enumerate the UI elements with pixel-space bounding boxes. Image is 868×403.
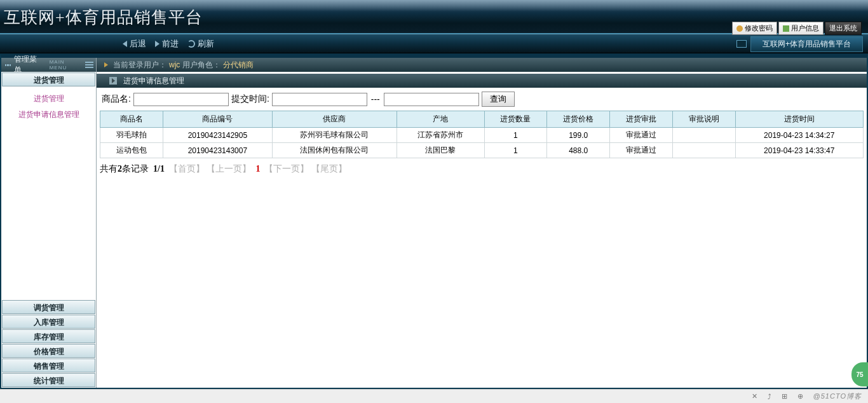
col-header: 产地 (397, 111, 484, 128)
sidebar-toggle[interactable] (85, 62, 93, 68)
sidebar-section-transfer[interactable]: 调货管理 (2, 300, 95, 314)
table-cell: 法国巴黎 (397, 143, 484, 158)
table-cell: 法国休闲包有限公司 (273, 143, 397, 158)
col-header: 进货审批 (610, 111, 673, 128)
data-table: 商品名商品编号供应商产地进货数量进货价格进货审批审批说明进货时间 羽毛球拍201… (100, 111, 864, 158)
table-cell: 苏州羽毛球有限公司 (273, 128, 397, 143)
search-name-label: 商品名: (102, 93, 131, 105)
pager-page: 1/1 (153, 164, 165, 174)
panel-marker-icon (109, 77, 117, 85)
sidebar-subtitle: MAIN MENU (50, 59, 83, 71)
user-icon (783, 25, 789, 32)
login-role-label: 用户角色： (182, 60, 220, 71)
search-name-input[interactable] (133, 93, 229, 106)
table-cell: 运动包包 (100, 143, 163, 158)
table-cell: 江苏省苏州市 (397, 128, 484, 143)
nav-refresh[interactable]: 刷新 (187, 38, 214, 50)
sidebar-item-purchase-request[interactable]: 进货申请信息管理 (1, 107, 96, 123)
panel-title: 进货申请信息管理 (123, 76, 184, 86)
panel-title-bar: 进货申请信息管理 (97, 74, 867, 88)
sidebar-section-stats[interactable]: 统计管理 (2, 373, 95, 387)
table-cell: 审批通过 (610, 143, 673, 158)
search-time-label: 提交时间: (231, 93, 269, 105)
table-cell: 审批通过 (610, 128, 673, 143)
change-password-label: 修改密码 (745, 24, 773, 33)
sidebar-section-purchase[interactable]: 进货管理 (2, 72, 95, 86)
side-badge[interactable]: 75 (851, 362, 868, 386)
login-info-bar: 当前登录用户： wjc 用户角色： 分代销商 (97, 58, 867, 72)
logout-button[interactable]: 退出系统 (825, 22, 862, 35)
table-cell: 1 (484, 128, 547, 143)
table-cell (672, 143, 735, 158)
pager: 共有2条记录 1/1 【首页】 【上一页】 1 【下一页】 【尾页】 (97, 158, 867, 180)
sidebar-section-inventory[interactable]: 库存管理 (2, 329, 95, 343)
sidebar-section-sales[interactable]: 销售管理 (2, 359, 95, 372)
pager-suffix: 条记录 (122, 164, 149, 174)
breadcrumb[interactable]: 互联网+体育用品销售平台 (750, 36, 863, 52)
user-info-button[interactable]: 用户信息 (778, 22, 824, 35)
sidebar-header: 管理菜单 MAIN MENU (1, 58, 96, 72)
sidebar-item-purchase-manage[interactable]: 进货管理 (1, 91, 96, 107)
time-separator: --- (371, 94, 380, 104)
pager-last[interactable]: 【尾页】 (311, 164, 347, 174)
pager-count: 2 (118, 164, 122, 174)
col-header: 审批说明 (672, 111, 735, 128)
col-header: 商品名 (100, 111, 163, 128)
login-role-value: 分代销商 (223, 60, 254, 71)
footer-bar: ✕⤴⊞⊕ @51CTO博客 (0, 389, 868, 403)
nav-forward[interactable]: 前进 (155, 38, 179, 50)
col-header: 进货数量 (484, 111, 547, 128)
pager-prefix: 共有 (100, 164, 118, 174)
table-cell: 488.0 (547, 143, 610, 158)
pager-next[interactable]: 【下一页】 (264, 164, 309, 174)
sidebar-section-inbound[interactable]: 入库管理 (2, 315, 95, 329)
user-info-label: 用户信息 (791, 24, 819, 33)
nav-refresh-label: 刷新 (198, 38, 214, 50)
arrow-right-icon (155, 41, 159, 47)
table-cell: 羽毛球拍 (100, 128, 163, 143)
table-row[interactable]: 羽毛球拍20190423142905苏州羽毛球有限公司江苏省苏州市1199.0审… (100, 128, 864, 143)
sidebar-section-price[interactable]: 价格管理 (2, 344, 95, 358)
refresh-icon (187, 40, 195, 48)
table-cell (672, 128, 735, 143)
table-cell: 2019-04-23 14:34:27 (735, 128, 863, 143)
table-cell: 1 (484, 143, 547, 158)
pager-first[interactable]: 【首页】 (169, 164, 205, 174)
col-header: 进货价格 (547, 111, 610, 128)
marker-icon (104, 62, 108, 67)
col-header: 商品编号 (163, 111, 272, 128)
logout-label: 退出系统 (829, 24, 857, 33)
table-row[interactable]: 运动包包20190423143007法国休闲包有限公司法国巴黎1488.0审批通… (100, 143, 864, 158)
table-cell: 20190423143007 (163, 143, 272, 158)
table-cell: 2019-04-23 14:33:47 (735, 143, 863, 158)
menu-icon (5, 62, 11, 68)
pager-current: 1 (255, 164, 260, 174)
nav-forward-label: 前进 (162, 38, 179, 50)
col-header: 进货时间 (735, 111, 863, 128)
watermark: @51CTO博客 (813, 392, 862, 401)
table-cell: 199.0 (547, 128, 610, 143)
pager-prev[interactable]: 【上一页】 (207, 164, 251, 174)
search-time-to-input[interactable] (384, 93, 479, 106)
login-user-label: 当前登录用户： (113, 60, 166, 71)
search-time-from-input[interactable] (272, 93, 367, 106)
table-cell: 20190423142905 (163, 128, 272, 143)
change-password-button[interactable]: 修改密码 (732, 22, 777, 35)
nav-back-label: 后退 (130, 38, 146, 50)
key-icon (736, 25, 743, 32)
arrow-left-icon (123, 41, 127, 47)
nav-back[interactable]: 后退 (123, 38, 146, 50)
col-header: 供应商 (273, 111, 397, 128)
login-user-value: wjc (169, 60, 180, 69)
search-button[interactable]: 查询 (482, 92, 515, 107)
monitor-icon (736, 40, 747, 48)
